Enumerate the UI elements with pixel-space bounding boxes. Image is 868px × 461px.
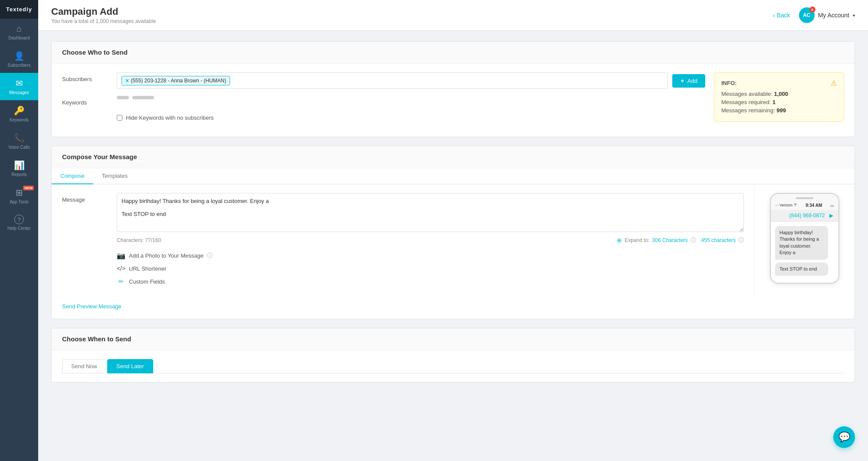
message-row: Message Happy birthday! Thanks for being…	[62, 193, 744, 244]
sidebar: Textedly ⌂ Dashboard 👤 Subscribers ✉ Mes…	[0, 0, 38, 461]
send-preview-link[interactable]: Send Preview Message	[62, 303, 122, 310]
hide-keywords-row: Hide Keywords with no subscribers	[117, 113, 705, 121]
message-control: Happy birthday! Thanks for being a loyal…	[117, 193, 744, 244]
info-box-header: INFO: ⚠	[721, 79, 837, 87]
main-content: Campaign Add You have a total of 1,000 m…	[38, 0, 868, 461]
choose-when-title: Choose When to Send	[62, 335, 131, 343]
phone-battery-icons: ▭	[830, 203, 834, 208]
tab-templates[interactable]: Templates	[93, 168, 136, 184]
messages-required-row: Messages required: 1	[721, 99, 837, 105]
phone-number: (844) 968-0872	[785, 213, 829, 219]
url-shortener-option[interactable]: </> URL Shortener	[117, 264, 744, 273]
tab-compose[interactable]: Compose	[52, 168, 93, 184]
sidebar-item-app-tools[interactable]: NEW ⊞ App Tools	[0, 182, 38, 209]
help-icon: ?	[14, 215, 24, 224]
expand-306-link[interactable]: 306 Characters	[652, 237, 688, 243]
add-icon: ✦	[680, 78, 685, 84]
hide-keywords-label[interactable]: Hide Keywords with no subscribers	[126, 114, 214, 121]
tab-compose-label: Compose	[60, 173, 85, 179]
sidebar-item-subscribers[interactable]: 👤 Subscribers	[0, 46, 38, 73]
subscribers-control: × (555) 203-1228 - Anna Brown - (HUMAN) …	[117, 72, 705, 89]
new-badge: NEW	[23, 186, 34, 190]
messages-available-label: Messages available:	[721, 91, 773, 97]
page-title-block: Campaign Add You have a total of 1,000 m…	[51, 6, 156, 24]
choose-who-title: Choose Who to Send	[62, 49, 128, 56]
messages-remaining-value: 999	[776, 107, 786, 114]
messages-icon: ✉	[16, 78, 23, 88]
account-label: My Account	[818, 12, 849, 19]
sidebar-label-help-center: Help Center	[7, 226, 30, 231]
sms-bubble-2: Text STOP to end	[775, 262, 828, 276]
compose-title: Compose Your Message	[62, 153, 137, 160]
back-label: Back	[777, 12, 790, 19]
account-initials: AC	[803, 12, 810, 18]
phone-status-bar: ··· Verizon 〒 9:34 AM ▭	[771, 201, 838, 210]
sidebar-item-help-center[interactable]: ? Help Center	[0, 209, 38, 236]
custom-fields-option[interactable]: ✏ Custom Fields	[117, 277, 744, 286]
chat-fab-button[interactable]: 💬	[833, 426, 855, 448]
phone-notch	[796, 197, 813, 199]
sidebar-label-reports: Reports	[11, 172, 26, 177]
hide-keywords-checkbox[interactable]	[117, 115, 122, 121]
voice-calls-icon: 📞	[14, 133, 25, 143]
compose-header: Compose Your Message	[52, 146, 855, 168]
keywords-control	[117, 96, 705, 99]
sidebar-item-keywords[interactable]: 🔑 Keywords	[0, 100, 38, 128]
info-warning-icon: ⚠	[831, 79, 837, 87]
code-icon: </>	[117, 264, 125, 273]
phone-carrier: ··· Verizon 〒	[775, 203, 798, 208]
expand-455-link[interactable]: 455 characters	[701, 237, 736, 243]
send-now-tab[interactable]: Send Now	[62, 359, 106, 373]
page-subtitle: You have a total of 1,000 messages avail…	[51, 18, 156, 24]
content-area: Choose Who to Send Subscribers ×	[38, 31, 868, 461]
subscriber-field[interactable]: × (555) 203-1228 - Anna Brown - (HUMAN)	[117, 72, 668, 89]
messages-remaining-row: Messages remaining: 999	[721, 107, 837, 114]
account-button[interactable]: AC 0 My Account ▾	[799, 7, 855, 23]
characters-label: Characters: 77/160	[117, 237, 161, 243]
sidebar-logo: Textedly	[0, 0, 38, 19]
keyword-pill-1[interactable]	[117, 96, 129, 99]
compose-section: Compose Your Message Compose Templates M…	[51, 146, 855, 319]
choose-when-body: Send Now Send Later	[52, 350, 855, 382]
choose-who-section: Choose Who to Send Subscribers ×	[51, 41, 855, 137]
sidebar-item-reports[interactable]: 📊 Reports	[0, 155, 38, 182]
add-subscriber-button[interactable]: ✦ Add	[672, 74, 705, 88]
add-photo-option[interactable]: 📷 Add a Photo to Your Message ⓘ	[117, 251, 744, 260]
page-title: Campaign Add	[51, 6, 156, 17]
header-right: ‹ Back AC 0 My Account ▾	[773, 7, 855, 23]
send-tabs: Send Now Send Later	[62, 359, 844, 373]
sidebar-item-voice-calls[interactable]: 📞 Voice Calls	[0, 128, 38, 155]
help-photo-icon: ⓘ	[207, 252, 213, 259]
sidebar-label-messages: Messages	[9, 90, 29, 95]
info-title: INFO:	[721, 80, 736, 86]
add-btn-label: Add	[687, 78, 697, 84]
app-name: Textedly	[6, 6, 32, 13]
compose-options: 📷 Add a Photo to Your Message ⓘ </> URL …	[117, 251, 744, 286]
subscriber-remove-icon[interactable]: ×	[125, 77, 129, 84]
top-header: Campaign Add You have a total of 1,000 m…	[38, 0, 868, 31]
sidebar-item-dashboard[interactable]: ⌂ Dashboard	[0, 19, 38, 46]
tab-templates-label: Templates	[102, 173, 128, 179]
account-notification-badge: 0	[809, 7, 815, 13]
send-later-label: Send Later	[116, 363, 144, 369]
compose-left: Message Happy birthday! Thanks for being…	[52, 184, 755, 294]
compose-split: Message Happy birthday! Thanks for being…	[52, 184, 855, 294]
choose-who-header: Choose Who to Send	[52, 42, 855, 64]
preview-section: Send Preview Message	[52, 294, 855, 319]
chat-icon: 💬	[838, 432, 850, 443]
send-later-tab[interactable]: Send Later	[107, 359, 153, 373]
sidebar-item-messages[interactable]: ✉ Messages	[0, 73, 38, 100]
app-tools-icon: ⊞	[16, 187, 23, 198]
message-textarea[interactable]: Happy birthday! Thanks for being a loyal…	[117, 193, 744, 232]
keywords-field-label: Keywords	[62, 96, 110, 106]
sidebar-label-voice-calls: Voice Calls	[8, 145, 30, 150]
compose-tabs: Compose Templates	[52, 168, 855, 184]
char-info: Characters: 77/160 ⊕ Expand to: 306 Char…	[117, 236, 744, 244]
keyword-pills	[117, 96, 705, 99]
info-box: INFO: ⚠ Messages available: 1,000 Messag…	[714, 72, 844, 122]
back-link[interactable]: ‹ Back	[773, 12, 790, 19]
sidebar-label-subscribers: Subscribers	[8, 63, 31, 68]
keyword-pill-2[interactable]	[132, 96, 154, 99]
message-field-label: Message	[62, 193, 110, 203]
choose-when-header: Choose When to Send	[52, 328, 855, 350]
